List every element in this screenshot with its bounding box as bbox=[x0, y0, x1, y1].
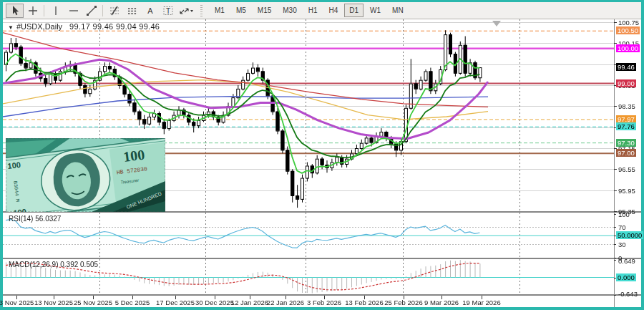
tool-horizontal-line-icon[interactable] bbox=[64, 4, 82, 18]
toolbar-separator bbox=[102, 5, 103, 16]
timeframe-H4-button[interactable]: H4 bbox=[324, 4, 343, 17]
tool-channels-icon[interactable] bbox=[123, 4, 141, 18]
date-tick-label: 19 Mar 2026 bbox=[462, 299, 500, 306]
price-level-badge: 97.30 bbox=[616, 139, 636, 147]
tool-text-icon[interactable]: A bbox=[141, 4, 159, 18]
date-tick-label: 3 Feb 2026 bbox=[307, 299, 341, 306]
price-tick-label: 100.75 bbox=[618, 19, 639, 26]
price-level-badge: 99.00 bbox=[616, 79, 636, 87]
date-tick-label: 9 Mar 2026 bbox=[424, 299, 459, 306]
dollar-bill-image: 100 HB 572830 Treasurer B3044 M 100 100 … bbox=[6, 138, 165, 212]
timeframe-M30-button[interactable]: M30 bbox=[278, 4, 301, 17]
chart-area: ▼#USDX,Daily99.17 99.46 99.04 99.46 RSI(… bbox=[3, 19, 641, 307]
time-axis[interactable]: 3 Nov 202513 Nov 202525 Nov 20255 Dec 20… bbox=[3, 297, 614, 307]
symbol-dropdown-icon[interactable]: ▼ bbox=[8, 24, 14, 31]
svg-text:100: 100 bbox=[122, 147, 145, 165]
tool-arrows-icon[interactable] bbox=[177, 4, 195, 18]
ohlc-quote: 99.17 99.46 99.04 99.46 bbox=[69, 22, 160, 31]
toolbar-separator bbox=[44, 5, 44, 16]
tool-cursor-icon[interactable] bbox=[6, 4, 24, 18]
price-level-badge: 99.46 bbox=[616, 63, 636, 71]
rsi-level-badge: 50.0000 bbox=[616, 231, 643, 239]
timeframe-D1-button[interactable]: D1 bbox=[344, 4, 364, 17]
date-tick-label: 13 Nov 2025 bbox=[34, 299, 73, 306]
date-tick-label: 12 Jan 2026 bbox=[231, 299, 268, 306]
price-tick-label: 96.55 bbox=[618, 165, 635, 173]
price-level-badge: 100.00 bbox=[616, 44, 640, 52]
price-axis[interactable]: 100.75100.1599.5598.9598.3597.7597.1596.… bbox=[614, 19, 641, 307]
date-tick-label: 22 Jan 2026 bbox=[267, 299, 304, 306]
macd-indicator-label: MACD(12,26,9) 0.392 0.505 bbox=[9, 261, 98, 268]
price-level-badge: 100.50 bbox=[616, 26, 640, 34]
date-tick-label: 25 Nov 2025 bbox=[74, 299, 112, 306]
symbol-label: #USDX,Daily bbox=[16, 22, 62, 31]
rsi-tick-label: 30 bbox=[618, 241, 626, 248]
svg-text:A: A bbox=[147, 6, 153, 15]
timeframe-M5-button[interactable]: M5 bbox=[231, 4, 251, 17]
macd-tick-label: -0.643 bbox=[618, 290, 638, 298]
tool-fibonacci-icon[interactable] bbox=[105, 4, 123, 18]
tool-text-label-icon[interactable]: T bbox=[159, 4, 177, 18]
date-tick-label: 17 Dec 2025 bbox=[156, 299, 195, 306]
timeframe-M1-button[interactable]: M1 bbox=[210, 4, 230, 17]
price-tick-label: 98.35 bbox=[618, 102, 635, 110]
date-tick-label: 13 Feb 2026 bbox=[345, 299, 383, 306]
date-tick-label: 30 Dec 2025 bbox=[195, 299, 234, 306]
trading-terminal-window: ATM1M5M15M30H1H4D1W1MN ▼#USDX,Daily99.17… bbox=[0, 0, 644, 310]
date-tick-label: 3 Nov 2025 bbox=[0, 299, 34, 306]
macd-tick-label: 0.649 bbox=[618, 257, 635, 265]
toolbar-grip[interactable] bbox=[200, 5, 205, 16]
chart-shift-marker-icon[interactable] bbox=[492, 21, 501, 26]
svg-text:T: T bbox=[165, 7, 170, 15]
price-level-badge: 97.00 bbox=[616, 149, 636, 157]
chart-title: ▼#USDX,Daily99.17 99.46 99.04 99.46 bbox=[8, 22, 160, 31]
chart-toolbar: ATM1M5M15M30H1H4D1W1MN bbox=[3, 2, 641, 19]
price-level-badge: 97.76 bbox=[616, 122, 636, 130]
timeframe-W1-button[interactable]: W1 bbox=[365, 4, 386, 17]
date-tick-label: 25 Feb 2026 bbox=[384, 299, 422, 306]
rsi-tick-label: 70 bbox=[618, 223, 626, 231]
timeframe-MN-button[interactable]: MN bbox=[387, 4, 409, 17]
tool-crosshair-icon[interactable] bbox=[24, 4, 42, 18]
tool-vertical-line-icon[interactable] bbox=[47, 4, 64, 18]
timeframe-M15-button[interactable]: M15 bbox=[253, 4, 276, 17]
rsi-indicator-label: RSI(14) 56.0327 bbox=[9, 215, 61, 223]
price-tick-label: 95.95 bbox=[618, 187, 635, 195]
macd-zero-badge: 0.000 bbox=[616, 273, 636, 281]
timeframe-H1-button[interactable]: H1 bbox=[303, 4, 323, 17]
tool-trendline-icon[interactable] bbox=[82, 4, 100, 18]
date-tick-label: 5 Dec 2025 bbox=[115, 299, 150, 306]
rsi-tick-label: 100 bbox=[618, 210, 630, 218]
svg-text:100: 100 bbox=[13, 207, 27, 212]
svg-text:100: 100 bbox=[7, 160, 21, 170]
